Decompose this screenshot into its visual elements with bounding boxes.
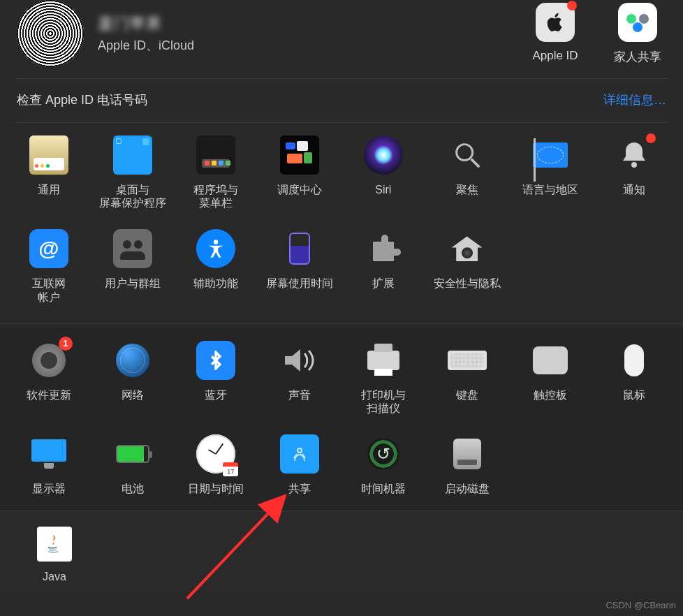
- badge-dot-icon: [567, 1, 577, 10]
- software-update-icon: 1: [29, 341, 68, 380]
- pref-bluetooth[interactable]: 蓝牙: [175, 341, 258, 415]
- watermark: CSDN @CBeann: [605, 600, 676, 610]
- pref-language-region[interactable]: 语言与地区: [509, 135, 593, 210]
- pref-label: 安全性与隐私: [428, 277, 506, 290]
- pref-accessibility[interactable]: 辅助功能: [175, 229, 258, 303]
- desktop-icon: [113, 135, 152, 175]
- pref-security-privacy[interactable]: 安全性与隐私: [425, 229, 509, 303]
- mission-control-icon: [280, 135, 319, 175]
- pref-label: 用户与群组: [94, 277, 172, 290]
- section-separator: [0, 323, 683, 324]
- apple-logo-icon: [536, 3, 575, 42]
- notice-text: 检查 Apple ID 电话号码: [17, 91, 147, 108]
- pref-internet-accounts[interactable]: @ 互联网 帐户: [7, 229, 91, 303]
- badge-dot-icon: [646, 133, 656, 143]
- general-icon: [29, 135, 68, 175]
- java-icon: [37, 527, 72, 562]
- pref-label: 日期与时间: [177, 482, 256, 495]
- sound-icon: [280, 341, 319, 380]
- pref-startup-disk[interactable]: 启动磁盘: [425, 434, 509, 495]
- pref-general[interactable]: 通用: [7, 135, 91, 210]
- user-subtitle: Apple ID、iCloud: [98, 37, 529, 54]
- pref-label: 打印机与 扫描仪: [344, 388, 423, 415]
- user-avatar[interactable]: [17, 0, 84, 67]
- calendar-badge: 17: [223, 462, 238, 476]
- pref-label: 鼠标: [595, 388, 673, 402]
- pref-label: 屏幕使用时间: [260, 277, 339, 290]
- dock-icon: [196, 135, 235, 175]
- prefs-section-2: 1 软件更新 网络 蓝牙 声音 打印机与 扫描仪 键盘: [0, 328, 683, 511]
- accessibility-icon: [196, 229, 235, 268]
- datetime-icon: 17: [196, 434, 235, 474]
- screentime-icon: [280, 229, 319, 268]
- pref-sharing[interactable]: 共享: [258, 434, 342, 495]
- pref-keyboard[interactable]: 键盘: [425, 341, 509, 415]
- pref-battery[interactable]: 电池: [91, 434, 175, 495]
- pref-label: 互联网 帐户: [10, 277, 88, 303]
- pref-desktop-screensaver[interactable]: 桌面与 屏幕保护程序: [91, 135, 175, 210]
- startup-disk-icon: [448, 434, 487, 474]
- pref-label: 扩展: [344, 277, 423, 290]
- pref-mouse[interactable]: 鼠标: [592, 341, 676, 415]
- pref-label: 触控板: [512, 388, 590, 402]
- svg-point-4: [298, 448, 302, 453]
- pref-label: 通知: [595, 183, 673, 196]
- svg-point-2: [631, 162, 637, 168]
- user-info: 厦门苹果 Apple ID、iCloud: [98, 13, 529, 54]
- pref-notifications[interactable]: 通知: [592, 135, 676, 210]
- pref-users-groups[interactable]: 用户与群组: [91, 229, 175, 303]
- siri-icon: [364, 135, 403, 175]
- pref-label: 程序坞与 菜单栏: [177, 183, 256, 210]
- users-groups-icon: [113, 229, 152, 268]
- prefs-section-3: Java: [0, 511, 683, 590]
- notifications-icon: [615, 135, 654, 175]
- pref-label: 显示器: [10, 482, 88, 495]
- pref-time-machine[interactable]: 时间机器: [342, 434, 425, 495]
- notice-details-link[interactable]: 详细信息…: [603, 91, 666, 108]
- apple-id-button[interactable]: Apple ID: [529, 3, 581, 65]
- printer-icon: [364, 341, 403, 380]
- family-icon: [618, 3, 657, 42]
- pref-printers-scanners[interactable]: 打印机与 扫描仪: [342, 341, 425, 415]
- badge-count: 1: [59, 337, 73, 351]
- pref-screentime[interactable]: 屏幕使用时间: [258, 229, 342, 303]
- svg-point-0: [456, 145, 472, 161]
- pref-trackpad[interactable]: 触控板: [509, 341, 593, 415]
- security-privacy-icon: [448, 229, 487, 268]
- time-machine-icon: [364, 434, 403, 474]
- pref-siri[interactable]: Siri: [342, 135, 425, 210]
- pref-software-update[interactable]: 1 软件更新: [7, 341, 91, 415]
- pref-java[interactable]: Java: [27, 527, 82, 583]
- pref-label: 软件更新: [10, 388, 88, 402]
- sharing-icon: [280, 434, 319, 474]
- pref-label: 通用: [10, 183, 88, 196]
- family-sharing-button[interactable]: 家人共享: [612, 3, 663, 65]
- pref-label: 聚焦: [428, 183, 506, 196]
- pref-display[interactable]: 显示器: [7, 434, 91, 495]
- pref-label: 共享: [260, 482, 339, 495]
- pref-label: 网络: [94, 388, 172, 402]
- pref-sound[interactable]: 声音: [258, 341, 342, 415]
- pref-label: 辅助功能: [177, 277, 256, 290]
- spotlight-icon: [448, 135, 487, 175]
- battery-icon: [113, 434, 152, 474]
- pref-label: 语言与地区: [512, 183, 590, 196]
- account-header: 厦门苹果 Apple ID、iCloud Apple ID 家人共享: [0, 0, 683, 78]
- pref-label: 电池: [94, 482, 172, 495]
- display-icon: [29, 434, 68, 474]
- pref-label: 启动磁盘: [428, 482, 506, 495]
- pref-date-time[interactable]: 17 日期与时间: [175, 434, 258, 495]
- pref-extensions[interactable]: 扩展: [342, 229, 425, 303]
- pref-mission-control[interactable]: 调度中心: [258, 135, 342, 210]
- pref-label: 调度中心: [260, 183, 339, 196]
- svg-line-1: [471, 159, 479, 168]
- language-region-icon: [531, 135, 570, 175]
- svg-point-3: [214, 240, 218, 244]
- pref-network[interactable]: 网络: [91, 341, 175, 415]
- apple-id-label: Apple ID: [529, 49, 581, 63]
- pref-dock-menubar[interactable]: 程序坞与 菜单栏: [175, 135, 258, 210]
- pref-spotlight[interactable]: 聚焦: [425, 135, 509, 210]
- pref-label: 桌面与 屏幕保护程序: [94, 183, 172, 210]
- prefs-section-1: 通用 桌面与 屏幕保护程序 程序坞与 菜单栏 调度中心 Siri 聚焦: [0, 123, 683, 319]
- pref-label: Java: [27, 570, 82, 583]
